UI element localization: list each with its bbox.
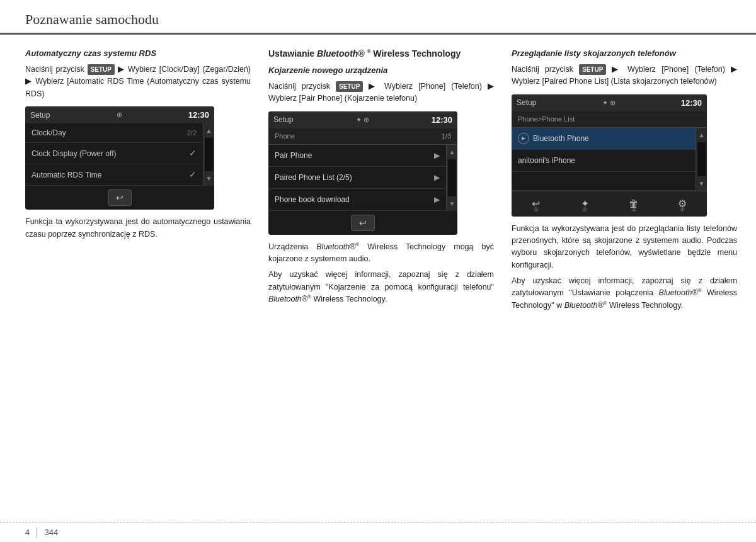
column-2: Ustawianie Bluetooth® ® Wireless Technol… — [260, 47, 503, 495]
screen1-scrollbar: ▲ ▼ — [203, 123, 214, 186]
page-header: Poznawanie samochodu — [0, 0, 756, 35]
screen3-header: Setup ✦ ⊕ 12:30 — [512, 94, 707, 112]
bluetooth-super-1: ® — [367, 48, 371, 54]
screen2-row1: Pair Phone ▶ — [268, 145, 446, 167]
screen1-row2: Clock Display (Power off) ✓ — [25, 143, 203, 164]
col3-caption2: Aby uzyskać więcej informacji, zapoznaj … — [512, 275, 737, 312]
content-area: Automatyczny czas systemu RDS Naciśnij p… — [0, 35, 756, 501]
screen1-content: Clock/Day 2/2 Clock Display (Power off) … — [25, 123, 214, 186]
footer-settings-btn[interactable]: ⚙ ④ — [658, 195, 707, 213]
screen2-scrollbar: ▲ ▼ — [446, 145, 457, 211]
screen1-row3-label: Automatic RDS Time — [32, 169, 101, 181]
screen2-row2-label: Paired Phone List (2/5) — [275, 172, 352, 183]
screen1-row2-label: Clock Display (Power off) — [32, 148, 116, 159]
screen3-title: Setup — [517, 97, 536, 108]
screen-mock-3: Setup ✦ ⊕ 12:30 Phone>Phone List ▶ Bluet… — [512, 94, 707, 217]
screen3-row2-label: anitooni's iPhone — [518, 155, 575, 166]
setup-badge-1: SETUP — [88, 64, 115, 76]
scroll-track-3 — [697, 142, 706, 176]
screen2-row2-arrow: ▶ — [434, 172, 440, 183]
screen2-header: Setup ✦ ⊕ 12:30 — [268, 111, 457, 129]
screen1-icons: ⊕ — [117, 110, 122, 120]
screen3-breadcrumb: Phone>Phone List — [512, 111, 707, 128]
col1-body: Naciśnij przycisk SETUP ▶ Wybierz [Clock… — [25, 64, 251, 100]
screen1-title: Setup — [30, 110, 50, 121]
screen2-row3-label: Phone book download — [275, 194, 350, 205]
screen1-main: Clock/Day 2/2 Clock Display (Power off) … — [25, 123, 203, 186]
footer-back-btn[interactable]: ↩ ① — [512, 195, 561, 213]
scroll-track-2 — [448, 159, 456, 196]
screen3-row1-play: ▶ Bluetooth Phone — [518, 133, 589, 144]
footer-delete-btn[interactable]: 🗑 ③ — [609, 195, 658, 213]
screen2-title: Setup — [273, 114, 293, 125]
scroll-up-1[interactable]: ▲ — [205, 125, 213, 137]
screen3-icons: ✦ ⊕ — [602, 98, 616, 108]
screen3-row2: anitooni's iPhone — [512, 150, 696, 172]
scroll-up-3[interactable]: ▲ — [697, 129, 706, 141]
col2-caption: Urządzenia Bluetooth®® Wireless Technolo… — [268, 241, 494, 266]
screen1-header: Setup ⊕ 12:30 — [25, 106, 214, 124]
screen2-row3-arrow: ▶ — [434, 194, 440, 205]
scroll-up-2[interactable]: ▲ — [448, 146, 456, 158]
page-number: 4 │ 344 — [25, 528, 58, 537]
screen3-main: ▶ Bluetooth Phone anitooni's iPhone — [512, 128, 696, 191]
screen1-check1: ✓ — [189, 147, 197, 160]
screen2-row3: Phone book download ▶ — [268, 189, 446, 211]
screen2-content: Pair Phone ▶ Paired Phone List (2/5) ▶ P… — [268, 145, 457, 211]
screen2-footer: ↩ — [268, 211, 457, 235]
screen3-time: 12:30 — [681, 97, 702, 110]
col1-caption: Funkcja ta wykorzystywana jest do automa… — [25, 216, 251, 240]
setup-badge-2: SETUP — [336, 81, 363, 93]
screen2-row1-arrow: ▶ — [434, 150, 440, 161]
screen3-scrollbar: ▲ ▼ — [696, 128, 707, 191]
screen1-row1: Clock/Day 2/2 — [25, 123, 203, 143]
screen3-empty-row — [512, 172, 696, 191]
screen2-time: 12:30 — [432, 114, 452, 127]
col3-body: Naciśnij przycisk SETUP ▶ Wybierz [Phone… — [512, 64, 737, 88]
scroll-down-1[interactable]: ▼ — [205, 172, 213, 184]
screen-mock-2: Setup ✦ ⊕ 12:30 Phone 1/3 Pair Phone ▶ P… — [268, 111, 457, 235]
screen1-check2: ✓ — [189, 168, 197, 181]
screen2-row2: Paired Phone List (2/5) ▶ — [268, 167, 446, 189]
scroll-track-1 — [205, 138, 213, 171]
screen1-counter: 2/2 — [187, 128, 197, 138]
page-title: Poznawanie samochodu — [25, 11, 731, 28]
column-1: Automatyczny czas systemu RDS Naciśnij p… — [25, 47, 260, 495]
col2-caption2: Aby uzyskać więcej informacji, zapoznaj … — [268, 269, 494, 305]
col2-body: Naciśnij przycisk SETUP ▶ Wybierz [Phone… — [268, 81, 494, 105]
page-footer: 4 │ 344 — [0, 522, 756, 542]
col2-subsection-title: Kojarzenie nowego urządzenia — [268, 65, 387, 75]
screen2-icons: ✦ ⊕ — [356, 115, 369, 125]
screen2-row1-label: Pair Phone — [275, 150, 312, 161]
col1-section-title: Automatyczny czas systemu RDS — [25, 48, 156, 58]
screen-mock-1: Setup ⊕ 12:30 Clock/Day 2/2 Clock Displa… — [25, 106, 214, 210]
screen3-row1-label: Bluetooth Phone — [533, 133, 589, 144]
column-3: Przeglądanie listy skojarzonych telefonó… — [503, 47, 737, 495]
screen2-subheader: Phone 1/3 — [268, 128, 457, 145]
screen1-row1-label: Clock/Day — [32, 127, 66, 138]
screen3-content: ▶ Bluetooth Phone anitooni's iPhone ▲ ▼ — [512, 128, 707, 191]
screen3-footer: ↩ ① ✦ ② 🗑 ③ ⚙ ④ — [512, 191, 707, 217]
col3-section-title: Przeglądanie listy skojarzonych telefonó… — [512, 48, 676, 58]
screen1-row3: Automatic RDS Time ✓ — [25, 164, 203, 186]
play-icon: ▶ — [518, 133, 529, 144]
scroll-down-2[interactable]: ▼ — [448, 198, 456, 210]
setup-badge-3: SETUP — [579, 64, 606, 76]
scroll-down-3[interactable]: ▼ — [697, 178, 706, 189]
screen1-time: 12:30 — [188, 109, 209, 121]
col2-section-title: Ustawianie Bluetooth® ® Wireless Technol… — [268, 48, 461, 59]
footer-bt-btn[interactable]: ✦ ② — [561, 195, 610, 213]
screen1-footer: ↩ — [25, 186, 214, 210]
screen2-back-btn[interactable]: ↩ — [351, 215, 375, 231]
screen1-back-btn[interactable]: ↩ — [108, 189, 132, 206]
screen3-row1: ▶ Bluetooth Phone — [512, 128, 696, 150]
screen2-main: Pair Phone ▶ Paired Phone List (2/5) ▶ P… — [268, 145, 446, 211]
col3-caption1: Funkcja ta wykorzystywana jest do przegl… — [512, 223, 737, 272]
